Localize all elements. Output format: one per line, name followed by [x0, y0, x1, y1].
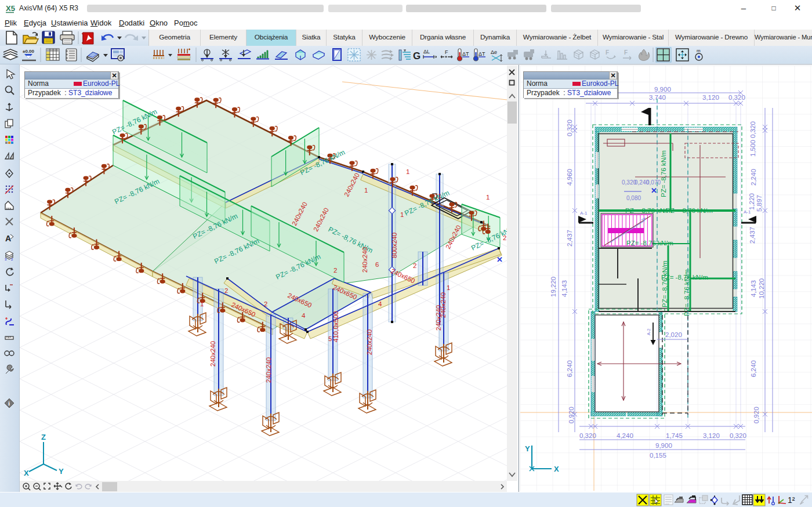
svg-text:3,120: 3,120	[702, 94, 719, 101]
svg-text:G: G	[413, 50, 420, 61]
svg-text:1: 1	[447, 284, 450, 291]
svg-text:1,745: 1,745	[666, 432, 683, 439]
svg-text:X: X	[554, 465, 559, 473]
svg-text:0,320: 0,320	[749, 121, 756, 138]
svg-text:Y: Y	[525, 444, 530, 453]
svg-text:2,437: 2,437	[566, 230, 573, 247]
svg-text:PZ= -8,76 kN/m: PZ= -8,76 kN/m	[660, 150, 667, 197]
svg-text:PZ= -8,76 kN/m: PZ= -8,76 kN/m	[666, 207, 713, 214]
svg-text:X5: X5	[6, 4, 15, 13]
svg-text:3,120: 3,120	[703, 432, 720, 439]
svg-text:0,920: 0,920	[568, 407, 575, 423]
svg-text:10,220: 10,220	[758, 278, 765, 299]
svg-text:2,020: 2,020	[665, 331, 682, 338]
svg-text:F: F	[445, 49, 448, 55]
svg-text:0,320: 0,320	[566, 119, 573, 136]
svg-text:ΔT: ΔT	[462, 51, 469, 57]
svg-text:4,960: 4,960	[566, 169, 573, 186]
svg-text:Δe: Δe	[491, 49, 497, 55]
svg-text:240x240: 240x240	[435, 305, 442, 331]
svg-text:1: 1	[406, 168, 409, 175]
svg-text:2,240: 2,240	[750, 169, 757, 186]
svg-text:6: 6	[375, 261, 379, 268]
svg-text:X: X	[24, 469, 29, 477]
svg-text:0,320: 0,320	[730, 432, 746, 439]
svg-text:1: 1	[438, 193, 441, 200]
svg-text:410,0x500: 410,0x500	[332, 311, 339, 342]
svg-text:1,500: 1,500	[749, 140, 756, 157]
svg-text:4,143: 4,143	[750, 280, 757, 297]
svg-text:800x240: 800x240	[391, 233, 398, 258]
svg-text:0,320: 0,320	[728, 94, 745, 101]
svg-text:PZ= -8,76 kN/m: PZ= -8,76 kN/m	[661, 260, 668, 307]
svg-text:F: F	[606, 49, 609, 56]
svg-text:1: 1	[486, 194, 490, 201]
svg-text:2: 2	[503, 234, 506, 241]
svg-text:9,900: 9,900	[654, 86, 671, 93]
svg-text:2: 2	[11, 258, 13, 261]
svg-text:240x240: 240x240	[366, 329, 373, 355]
svg-text:2: 2	[264, 300, 267, 307]
svg-text:Y: Y	[59, 467, 64, 476]
svg-text:6,240: 6,240	[750, 360, 757, 377]
svg-text:Z: Z	[41, 433, 46, 441]
svg-text:2: 2	[224, 287, 228, 294]
svg-text:0,070: 0,070	[646, 179, 661, 186]
svg-text:4,240: 4,240	[617, 432, 633, 439]
svg-text:0,155: 0,155	[650, 452, 666, 459]
svg-text:A: A	[5, 234, 11, 243]
svg-text:0,920: 0,920	[753, 407, 760, 423]
svg-text:2,437: 2,437	[749, 227, 756, 244]
svg-text:240x240: 240x240	[265, 357, 272, 383]
svg-text:1: 1	[400, 211, 404, 218]
svg-text:PZ= -8,76 kN/m: PZ= -8,76 kN/m	[661, 274, 708, 281]
svg-text:1,220: 1,220	[748, 193, 755, 210]
svg-text:19,220: 19,220	[550, 277, 557, 297]
svg-text:4: 4	[378, 300, 382, 307]
svg-text:0,320: 0,320	[579, 432, 596, 439]
svg-text:✕: ✕	[651, 186, 657, 195]
svg-text:240x240: 240x240	[209, 341, 216, 367]
svg-text:1: 1	[200, 300, 204, 307]
svg-text:F: F	[624, 49, 628, 56]
svg-text:0,080: 0,080	[626, 195, 641, 201]
svg-text:4: 4	[302, 312, 306, 319]
svg-text:2: 2	[413, 262, 416, 269]
svg-text:5,897: 5,897	[756, 195, 763, 212]
svg-text:9,900: 9,900	[655, 442, 672, 449]
svg-text:6,240: 6,240	[566, 360, 573, 377]
svg-text:2: 2	[334, 267, 337, 274]
svg-text:5: 5	[328, 335, 332, 342]
svg-text:ΔT: ΔT	[478, 51, 485, 57]
svg-text:4,143: 4,143	[561, 280, 568, 297]
svg-text:PZ= -8,76 kN/m: PZ= -8,76 kN/m	[625, 207, 672, 214]
svg-text:✕: ✕	[496, 255, 503, 264]
svg-text:i: i	[8, 400, 10, 407]
svg-text:±0.00: ±0.00	[23, 49, 35, 54]
svg-text:PZ= -8,76 kN/m: PZ= -8,76 kN/m	[626, 240, 673, 247]
svg-text:3,740: 3,740	[649, 94, 666, 101]
svg-text:240x240: 240x240	[361, 247, 368, 273]
svg-text:1²: 1²	[788, 495, 795, 505]
svg-text:A-1: A-1	[580, 211, 588, 216]
svg-text:A-2: A-2	[646, 328, 651, 335]
svg-text:1: 1	[364, 187, 368, 194]
svg-text:m: m	[697, 48, 701, 53]
svg-text:ΔL: ΔL	[423, 49, 430, 55]
